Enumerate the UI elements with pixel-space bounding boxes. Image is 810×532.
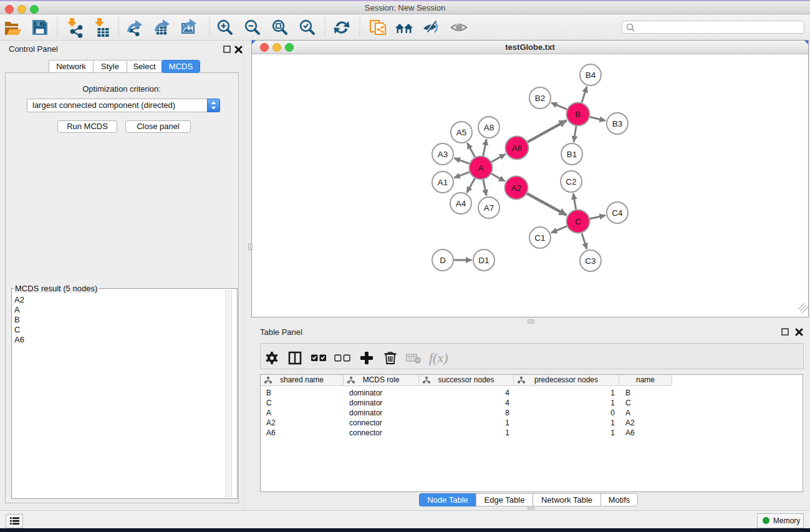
svg-text:C1: C1 — [534, 233, 545, 243]
svg-text:D1: D1 — [478, 256, 489, 265]
svg-text:A8: A8 — [484, 123, 494, 132]
svg-text:A6: A6 — [512, 143, 523, 153]
svg-text:D: D — [440, 256, 446, 265]
svg-text:f(x): f(x) — [429, 350, 448, 365]
svg-text:B2: B2 — [535, 94, 546, 103]
svg-text:C4: C4 — [612, 208, 623, 218]
svg-text:B1: B1 — [567, 150, 577, 159]
svg-text:C3: C3 — [585, 256, 595, 266]
svg-text:C2: C2 — [566, 177, 576, 186]
svg-text:C: C — [575, 217, 581, 226]
svg-text:A2: A2 — [511, 183, 522, 193]
svg-text:B3: B3 — [612, 119, 623, 128]
svg-text:A1: A1 — [438, 178, 448, 187]
svg-text:A3: A3 — [438, 150, 448, 159]
svg-text:A5: A5 — [456, 128, 467, 137]
svg-text:A: A — [478, 163, 483, 173]
svg-text:A4: A4 — [456, 199, 466, 208]
svg-text:A7: A7 — [484, 203, 494, 213]
svg-text:B4: B4 — [586, 70, 596, 80]
svg-text:B: B — [575, 110, 581, 119]
